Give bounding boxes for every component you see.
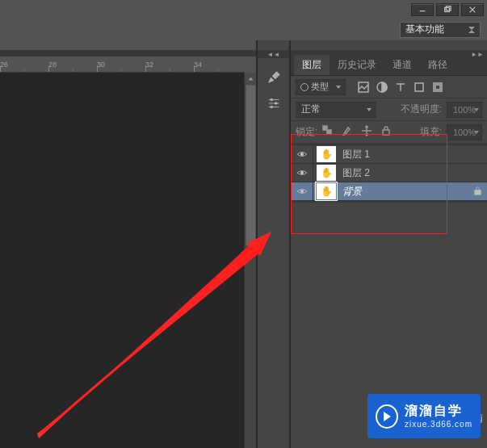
close-button[interactable]: [461, 3, 484, 16]
layers-list: ✋ 图层 1 ✋ 图层 2 ✋ 背景: [291, 144, 487, 203]
canvas-wrap: 26 28 30 32 34: [0, 40, 257, 448]
lock-icon: [473, 186, 487, 197]
layer-thumbnail[interactable]: ✋: [317, 183, 336, 199]
lock-label: 锁定:: [296, 125, 317, 139]
fill-input[interactable]: 100%: [447, 124, 482, 140]
main-area: 26 28 30 32 34 ◄◄ ►► 图层 历史记录 通道 路径: [0, 40, 487, 448]
right-panel: ►► 图层 历史记录 通道 路径 类型 正常 不透明度:: [290, 40, 487, 448]
watermark: 溜溜自学 zixue.3d66.com: [367, 394, 481, 438]
layer-thumbnail[interactable]: ✋: [317, 146, 336, 162]
watermark-title: 溜溜自学: [405, 403, 472, 420]
layer-name[interactable]: 图层 1: [342, 148, 370, 161]
filter-icons: [357, 81, 444, 94]
options-bar: 基本功能: [0, 19, 487, 40]
ruler-tick: 34: [194, 61, 202, 69]
visibility-toggle[interactable]: [291, 145, 313, 163]
vertical-scrollbar[interactable]: [244, 73, 256, 448]
lock-row: 锁定: 填充: 100%: [291, 121, 487, 144]
collapsed-panel-dock: ◄◄: [257, 40, 290, 448]
svg-rect-27: [475, 190, 481, 195]
lock-all-icon[interactable]: [380, 125, 392, 139]
window-bar: [0, 0, 487, 19]
svg-rect-1: [445, 7, 450, 11]
filter-smart-icon[interactable]: [431, 81, 444, 94]
panel-tabs: 图层 历史记录 通道 路径: [291, 58, 487, 76]
svg-point-10: [275, 103, 277, 105]
ruler-tick: 26: [0, 61, 8, 69]
layer-row[interactable]: ✋ 背景: [291, 182, 487, 201]
layer-row[interactable]: ✋ 图层 2: [291, 163, 487, 182]
filter-adjust-icon[interactable]: [376, 81, 388, 94]
svg-rect-18: [435, 85, 440, 90]
blend-mode-label: 正常: [301, 103, 321, 116]
svg-point-9: [270, 98, 272, 101]
svg-rect-2: [446, 6, 451, 10]
hand-icon: ✋: [321, 149, 333, 159]
layer-thumbnail[interactable]: ✋: [317, 165, 336, 181]
filter-shape-icon[interactable]: [413, 81, 426, 94]
workspace-label: 基本功能: [405, 23, 444, 36]
scroll-thumb[interactable]: [246, 85, 256, 246]
canvas[interactable]: [0, 73, 245, 448]
tab-layers[interactable]: 图层: [294, 55, 330, 75]
svg-rect-16: [415, 83, 423, 91]
workspace-select[interactable]: 基本功能: [400, 22, 481, 38]
play-icon: [376, 404, 398, 429]
opacity-input[interactable]: 100%: [447, 102, 482, 118]
ruler-tick: 32: [145, 61, 153, 69]
ruler-horizontal: 26 28 30 32 34: [0, 60, 244, 73]
opacity-label: 不透明度:: [401, 103, 442, 116]
doc-tab-bar: [0, 50, 256, 57]
hand-icon: ✋: [321, 168, 333, 178]
fill-value: 100%: [453, 128, 476, 137]
svg-point-25: [300, 171, 303, 174]
tab-history[interactable]: 历史记录: [330, 55, 384, 75]
svg-marker-5: [248, 77, 253, 80]
blend-mode-select[interactable]: 正常: [296, 102, 376, 118]
maximize-button[interactable]: [436, 3, 459, 16]
layer-name[interactable]: 背景: [342, 185, 362, 199]
visibility-toggle[interactable]: [291, 164, 313, 182]
hand-icon: ✋: [321, 186, 333, 196]
lock-pixels-icon[interactable]: [342, 125, 353, 139]
brush-presets-icon[interactable]: [262, 66, 285, 89]
svg-rect-23: [383, 130, 389, 135]
svg-point-24: [300, 153, 303, 155]
fill-label: 填充:: [420, 125, 442, 139]
visibility-toggle[interactable]: [291, 182, 313, 200]
tab-channels[interactable]: 通道: [384, 55, 420, 75]
layer-name[interactable]: 图层 2: [342, 166, 370, 180]
filter-text-icon[interactable]: [394, 81, 407, 94]
settings-icon[interactable]: [262, 92, 285, 115]
lock-position-icon[interactable]: [361, 125, 372, 139]
minimize-button[interactable]: [411, 3, 434, 16]
tab-paths[interactable]: 路径: [420, 55, 456, 75]
filter-type-select[interactable]: 类型: [296, 79, 346, 95]
ruler-tick: 30: [97, 61, 105, 69]
watermark-sub: zixue.3d66.com: [405, 419, 472, 429]
svg-point-26: [300, 190, 303, 192]
expand-dock-button[interactable]: ◄◄: [258, 50, 289, 58]
filter-pixel-icon[interactable]: [357, 81, 370, 94]
lock-transparent-icon[interactable]: [322, 125, 334, 139]
scroll-up-button[interactable]: [245, 73, 256, 85]
layer-filter-row: 类型: [291, 76, 487, 98]
svg-point-11: [270, 106, 272, 108]
opacity-value: 100%: [453, 105, 476, 115]
ruler-tick: 28: [48, 61, 57, 69]
filter-type-label: 类型: [300, 81, 329, 93]
layer-row[interactable]: ✋ 图层 1: [291, 144, 487, 164]
blend-row: 正常 不透明度: 100%: [291, 98, 487, 121]
svg-rect-20: [327, 130, 331, 134]
